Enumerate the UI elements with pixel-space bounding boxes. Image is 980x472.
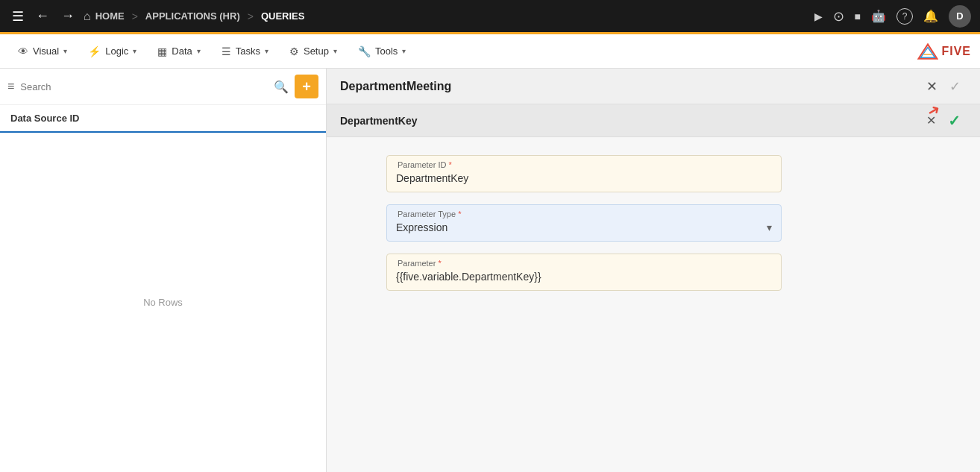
department-meeting-save-button[interactable]: ✓ [943,75,967,98]
nav-data[interactable]: ▦ Data ▾ [148,41,209,62]
parameter-type-field: Parameter Type * Expression ▾ [386,204,920,242]
department-meeting-close-button[interactable]: ✕ [920,75,943,98]
search-input[interactable] [20,81,268,92]
applications-link[interactable]: APPLICATIONS (HR) [145,10,240,22]
logic-icon: ⚡ [88,45,101,57]
top-navigation: ☰ ← → ⌂ HOME > APPLICATIONS (HR) > QUERI… [0,0,980,34]
department-key-header: DepartmentKey ✕ ➜ ✓ [327,104,980,137]
parameter-type-required: * [458,210,461,218]
parameter-id-label: Parameter ID * [396,160,772,169]
nav-tasks[interactable]: ☰ Tasks ▾ [213,41,277,62]
tasks-dropdown-icon: ▾ [265,47,268,55]
left-panel-toolbar: ≡ 🔍 + [0,69,326,105]
home-link[interactable]: ⌂ HOME [84,10,125,23]
home-icon: ⌂ [84,10,91,23]
department-key-save-button[interactable]: ✓ [942,110,967,132]
breadcrumb-separator-1: > [132,10,138,22]
menu-icon[interactable]: ☰ [9,5,27,28]
second-navigation: 👁 Visual ▾ ⚡ Logic ▾ ▦ Data ▾ ☰ Tasks ▾ … [0,34,980,69]
right-panel: DepartmentMeeting ✕ ✓ DepartmentKey ✕ ➜ … [327,69,980,472]
user-avatar[interactable]: D [949,5,971,28]
parameter-value[interactable]: {{five.variable.DepartmentKey}} [396,271,772,283]
parameter-label: Parameter * [396,259,772,268]
main-layout: ≡ 🔍 + Data Source ID No Rows DepartmentM… [0,69,980,472]
add-button[interactable]: + [295,75,318,98]
parameter-expression-field: Parameter * {{five.variable.DepartmentKe… [386,254,920,291]
bell-icon[interactable]: 🔔 [923,9,938,23]
forward-icon[interactable]: → [58,5,78,27]
nav-tools[interactable]: 🔧 Tools ▾ [349,41,415,62]
setup-icon: ⚙ [289,45,299,57]
robot-icon[interactable]: 🤖 [871,9,886,23]
setup-dropdown-icon: ▾ [333,47,337,55]
parameter-id-required: * [448,160,451,169]
department-meeting-header: DepartmentMeeting ✕ ✓ [327,69,980,104]
search-icon[interactable]: 🔍 [274,80,289,94]
visual-icon: 👁 [18,45,28,57]
breadcrumb-separator-2: > [248,10,254,22]
tasks-icon: ☰ [222,45,231,57]
parameter-type-label: Parameter Type * [396,210,772,218]
parameter-form: Parameter ID * DepartmentKey Parameter T… [327,137,980,309]
data-dropdown-icon: ▾ [197,47,201,55]
data-icon: ▦ [157,45,167,57]
help-icon[interactable]: ? [896,8,913,25]
parameter-id-value[interactable]: DepartmentKey [396,172,772,184]
left-panel-empty-message: No Rows [0,133,326,472]
save-arrow-indicator: ➜ ✓ [942,112,967,130]
nav-logic[interactable]: ⚡ Logic ▾ [79,41,145,62]
search-circle-icon[interactable]: ⊙ [833,8,844,25]
parameter-required: * [438,259,441,268]
five-logo-text: FIVE [941,45,971,58]
queries-link[interactable]: QUERIES [261,10,305,22]
nav-setup[interactable]: ⚙ Setup ▾ [280,41,346,62]
top-nav-right-icons: ▶ ⊙ ■ 🤖 ? 🔔 D [814,5,971,28]
filter-icon[interactable]: ≡ [7,80,14,93]
back-icon[interactable]: ← [33,5,52,27]
department-key-title: DepartmentKey [340,115,920,127]
department-meeting-title: DepartmentMeeting [340,80,920,93]
left-panel: ≡ 🔍 + Data Source ID No Rows [0,69,327,472]
play-icon[interactable]: ▶ [814,10,823,22]
stop-icon[interactable]: ■ [855,10,861,22]
parameter-id-field: Parameter ID * DepartmentKey [386,155,920,192]
visual-dropdown-icon: ▾ [63,47,67,55]
five-logo: FIVE [917,43,971,60]
parameter-type-chevron-icon[interactable]: ▾ [767,221,772,233]
tools-dropdown-icon: ▾ [402,47,406,55]
nav-visual[interactable]: 👁 Visual ▾ [9,41,76,62]
parameter-type-value: Expression [396,221,447,233]
logic-dropdown-icon: ▾ [133,47,136,55]
tools-icon: 🔧 [358,45,371,57]
left-panel-column-header: Data Source ID [0,105,326,133]
